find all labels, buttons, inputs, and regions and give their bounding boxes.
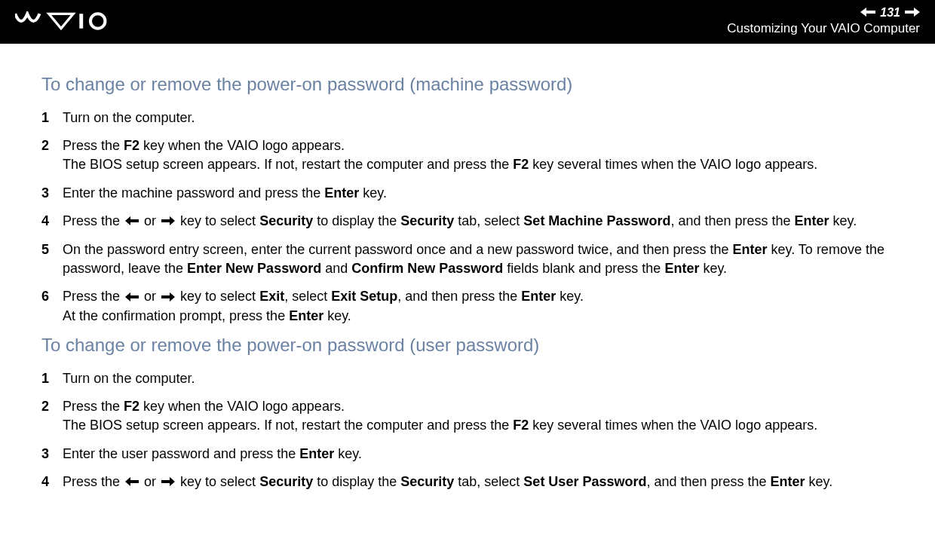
step: 5 On the password entry screen, enter th… xyxy=(41,240,894,278)
step-number: 6 xyxy=(41,287,63,326)
step-body: On the password entry screen, enter the … xyxy=(63,240,894,278)
svg-marker-4 xyxy=(125,216,139,225)
step: 4 Press the or key to select Security to… xyxy=(41,473,894,492)
svg-marker-3 xyxy=(905,8,920,17)
step-number: 2 xyxy=(41,397,63,435)
step-body: Press the or key to select Security to d… xyxy=(63,473,894,492)
step-body: Enter the machine password and press the… xyxy=(63,184,894,203)
right-arrow-icon xyxy=(161,212,175,231)
svg-rect-0 xyxy=(79,14,83,29)
svg-marker-6 xyxy=(125,292,139,301)
step-body: Press the F2 key when the VAIO logo appe… xyxy=(63,397,894,435)
step-number: 3 xyxy=(41,184,63,203)
steps-list-1: 1 Turn on the computer. 2 Press the F2 k… xyxy=(41,109,894,326)
section-title: Customizing Your VAIO Computer xyxy=(727,21,920,36)
nav-next-icon[interactable] xyxy=(905,6,920,20)
step: 1 Turn on the computer. xyxy=(41,109,894,127)
step-body: Enter the user password and press the En… xyxy=(63,445,894,464)
heading-machine-password: To change or remove the power-on passwor… xyxy=(41,74,894,95)
header-bar: 131 Customizing Your VAIO Computer xyxy=(0,0,935,44)
step: 1 Turn on the computer. xyxy=(41,369,894,388)
page-number: 131 xyxy=(880,6,900,20)
left-arrow-icon xyxy=(125,212,139,231)
step-number: 1 xyxy=(41,109,63,127)
step: 3 Enter the machine password and press t… xyxy=(41,184,894,203)
steps-list-2: 1 Turn on the computer. 2 Press the F2 k… xyxy=(41,369,894,492)
svg-marker-8 xyxy=(125,477,139,486)
step-number: 2 xyxy=(41,136,63,174)
left-arrow-icon xyxy=(125,473,139,491)
step: 3 Enter the user password and press the … xyxy=(41,445,894,464)
svg-marker-7 xyxy=(161,292,175,301)
step-number: 4 xyxy=(41,473,63,492)
heading-user-password: To change or remove the power-on passwor… xyxy=(41,335,894,356)
step-body: Press the F2 key when the VAIO logo appe… xyxy=(63,136,894,174)
vaio-logo xyxy=(15,11,113,31)
step-body: Press the or key to select Security to d… xyxy=(63,212,894,231)
vaio-logo-svg xyxy=(15,11,113,31)
step: 2 Press the F2 key when the VAIO logo ap… xyxy=(41,397,894,435)
step-number: 4 xyxy=(41,212,63,231)
left-arrow-icon xyxy=(125,288,139,307)
nav-prev-icon[interactable] xyxy=(860,6,875,20)
step: 2 Press the F2 key when the VAIO logo ap… xyxy=(41,136,894,174)
step-number: 1 xyxy=(41,369,63,388)
step-body: Turn on the computer. xyxy=(63,369,894,388)
right-arrow-icon xyxy=(161,288,175,307)
right-arrow-icon xyxy=(161,473,175,491)
step: 4 Press the or key to select Security to… xyxy=(41,212,894,231)
step-body: Press the or key to select Exit, select … xyxy=(63,287,894,326)
svg-marker-2 xyxy=(860,8,875,17)
step-number: 3 xyxy=(41,445,63,464)
svg-point-1 xyxy=(90,14,106,29)
header-right: 131 Customizing Your VAIO Computer xyxy=(727,6,920,36)
step-body: Turn on the computer. xyxy=(63,109,894,127)
svg-marker-5 xyxy=(161,216,175,225)
step-number: 5 xyxy=(41,240,63,278)
svg-marker-9 xyxy=(161,477,175,486)
page-nav: 131 xyxy=(860,6,920,20)
step: 6 Press the or key to select Exit, selec… xyxy=(41,287,894,326)
page-content: To change or remove the power-on passwor… xyxy=(0,44,935,492)
